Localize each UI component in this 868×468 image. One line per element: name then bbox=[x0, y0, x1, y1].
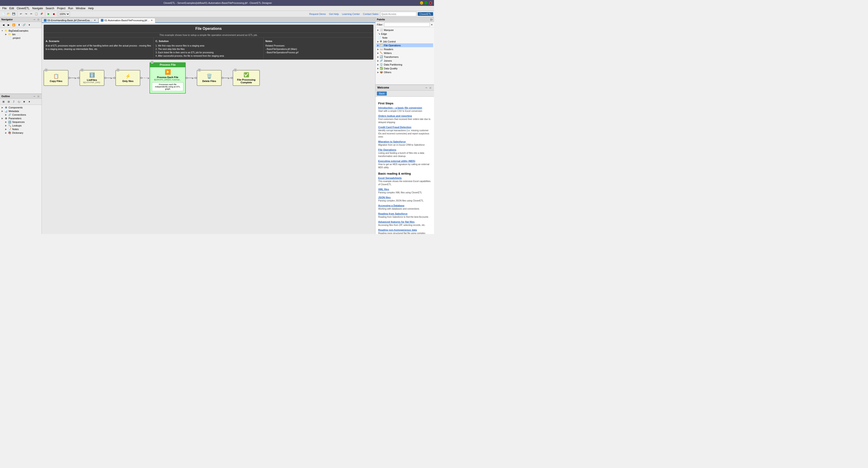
palette-item-fileops[interactable]: ▶ 📁 File Operations bbox=[376, 43, 433, 47]
palette-item-jobcontrol[interactable]: ▶ ⚙ Job Control bbox=[376, 39, 433, 43]
menu-window[interactable]: Window bbox=[74, 6, 87, 10]
cut-button[interactable]: ✂ bbox=[29, 11, 34, 17]
nav-back-button[interactable]: ◀ bbox=[1, 22, 6, 27]
copy-button[interactable]: 📋 bbox=[34, 11, 39, 17]
zoom-select[interactable]: 100% bbox=[58, 12, 70, 16]
tree-bin-toggle[interactable]: ▶ bbox=[4, 33, 7, 36]
welcome-blink-0[interactable]: Excel Spreadsheets bbox=[378, 177, 431, 179]
undo-button[interactable]: ↩ bbox=[18, 11, 23, 17]
outline-btn4[interactable]: ⭮ bbox=[17, 99, 22, 104]
navigator-maximize-button[interactable]: □ bbox=[37, 18, 40, 21]
redo-button[interactable]: ↪ bbox=[24, 11, 28, 17]
welcome-link-2[interactable]: Credit Card Fraud Detection bbox=[378, 126, 431, 128]
outline-notes-toggle[interactable]: ▶ bbox=[4, 128, 7, 130]
outline-parameters[interactable]: ▶ ⚙ Parameters bbox=[1, 117, 41, 120]
outline-parameters-toggle[interactable]: ▶ bbox=[1, 117, 4, 120]
nav-up-button[interactable]: 🔼 bbox=[11, 22, 16, 27]
menu-file[interactable]: File bbox=[1, 6, 8, 10]
menu-run[interactable]: Run bbox=[67, 6, 74, 10]
outline-connections[interactable]: ▶ 🔗 Connections bbox=[1, 113, 41, 117]
palette-item-joiners[interactable]: ▶ 🔗 Joiners bbox=[376, 59, 433, 63]
onlyfiles-node[interactable]: 0 ⚡ Only files bbox=[116, 70, 140, 86]
outline-btn3[interactable]: ⤴ bbox=[11, 99, 16, 104]
deletefiles-node[interactable]: 0 🗑️ Delete Files bbox=[197, 70, 222, 86]
welcome-minimize-button[interactable]: ─ bbox=[425, 86, 428, 89]
menu-search[interactable]: Search bbox=[44, 6, 56, 10]
tree-item-project[interactable]: 📄 .project bbox=[4, 36, 41, 40]
outline-menu-button[interactable]: ▾ bbox=[27, 99, 32, 104]
welcome-back-button[interactable]: Back bbox=[377, 91, 387, 96]
outline-maximize-button[interactable]: □ bbox=[37, 94, 40, 98]
welcome-blink-3[interactable]: Accessing a Database bbox=[378, 204, 431, 207]
deletefiles-box[interactable]: 0 🗑️ Delete Files bbox=[197, 70, 222, 86]
palette-item-writers[interactable]: ▶ ✏️ Writers bbox=[376, 51, 433, 55]
save-button[interactable]: 💾 bbox=[11, 11, 16, 17]
nav-collapse-button[interactable]: ⬆ bbox=[17, 22, 22, 27]
tree-root-toggle[interactable]: ▼ bbox=[1, 29, 4, 32]
welcome-link-4[interactable]: File Operations bbox=[378, 148, 431, 151]
palette-item-others[interactable]: ▶ 📦 Others bbox=[376, 70, 433, 74]
complete-node[interactable]: 0 ✅ File Processing Complete bbox=[233, 70, 260, 86]
paste-button[interactable]: 📌 bbox=[39, 11, 44, 17]
listfiles-box[interactable]: 0 ℹ️ ListFiles ${DATATMP_DIR}/. bbox=[80, 70, 104, 86]
welcome-blink-6[interactable]: Reading non-homogeneous data bbox=[378, 228, 431, 231]
run-button[interactable]: ▶ bbox=[46, 11, 51, 17]
outline-components-toggle[interactable]: ▶ bbox=[1, 106, 4, 109]
menu-cloveretl[interactable]: CloverETL bbox=[16, 6, 31, 10]
palette-item-datapartitioning[interactable]: ▶ ⚖️ Data Partitioning bbox=[376, 63, 433, 66]
get-help-link[interactable]: Get Help bbox=[329, 13, 339, 15]
palette-item-dataquality[interactable]: ▶ ✅ Data Quality bbox=[376, 66, 433, 70]
new-button[interactable]: 📄 bbox=[1, 11, 6, 17]
request-demo-link[interactable]: Request Demo bbox=[309, 13, 326, 15]
menu-edit[interactable]: Edit bbox=[8, 6, 16, 10]
tab-automation[interactable]: 01-Automation-BasicFileProcessing.jbf [S… bbox=[99, 18, 155, 23]
tree-root[interactable]: ▼ 📁 BigDataExamples bbox=[1, 29, 41, 33]
welcome-link-5[interactable]: Executing external utility (MD5) bbox=[378, 160, 431, 162]
outline-lookups-toggle[interactable]: ▶ bbox=[4, 124, 7, 127]
open-button[interactable]: 📂 bbox=[6, 11, 11, 17]
listfiles-node[interactable]: 0 ℹ️ ListFiles ${DATATMP_DIR}/. bbox=[80, 70, 104, 86]
learning-center-link[interactable]: Learning Center bbox=[342, 13, 360, 15]
outline-dictionary[interactable]: ▶ 📚 Dictionary bbox=[1, 131, 41, 135]
onlyfiles-box[interactable]: 0 ⚡ Only files bbox=[116, 70, 140, 86]
maximize-button[interactable]: □ bbox=[425, 1, 428, 4]
outline-connections-toggle[interactable]: ▶ bbox=[4, 114, 7, 116]
menu-project[interactable]: Project bbox=[56, 6, 67, 10]
navigator-minimize-button[interactable]: ─ bbox=[33, 18, 36, 21]
welcome-link-3[interactable]: Migration to Salesforce bbox=[378, 140, 431, 143]
palette-item-readers[interactable]: ▶ 📖 Readers bbox=[376, 47, 433, 51]
welcome-blink-5[interactable]: Advanced features for flat files bbox=[378, 220, 431, 223]
welcome-link-1[interactable]: Orders lookup and reporting bbox=[378, 115, 431, 117]
palette-filter-input[interactable] bbox=[384, 23, 430, 27]
outline-lookups[interactable]: ▶ 🔍 Lookups bbox=[1, 124, 41, 127]
palette-item-note[interactable]: 📄 Note bbox=[376, 36, 433, 39]
outline-btn2[interactable]: ⊟ bbox=[6, 99, 11, 104]
palette-expand-button[interactable]: ▷ bbox=[431, 18, 433, 21]
outline-components[interactable]: ▶ ⚙ Components bbox=[1, 106, 41, 109]
stop-button[interactable]: ⏹ bbox=[51, 11, 56, 17]
minimize-button[interactable]: ─ bbox=[420, 1, 423, 4]
outline-metadata[interactable]: ▶ 📊 Metadata bbox=[1, 109, 41, 113]
tab-errorhandling-close[interactable]: ✕ bbox=[94, 19, 96, 22]
process-node-body[interactable]: 0 ▶️ Process Each File ${GRAPH_DIR}/01-A… bbox=[150, 67, 186, 94]
welcome-blink-4[interactable]: Reading from Salesforce bbox=[378, 212, 431, 215]
welcome-link-0[interactable]: Introduction – a basic file conversion bbox=[378, 106, 431, 109]
outline-btn5[interactable]: ◾ bbox=[22, 99, 27, 104]
copy-files-node[interactable]: 0 📋 Copy Files bbox=[43, 70, 68, 86]
outline-metadata-toggle[interactable]: ▶ bbox=[1, 110, 4, 113]
outline-sequences[interactable]: ▶ 🔢 Sequences bbox=[1, 120, 41, 124]
welcome-maximize-button[interactable]: □ bbox=[429, 86, 432, 89]
menu-navigate[interactable]: Navigate bbox=[31, 6, 44, 10]
nav-forward-button[interactable]: ▶ bbox=[6, 22, 11, 27]
palette-filter-clear[interactable]: ✕ bbox=[431, 24, 433, 26]
welcome-blink-2[interactable]: JSON files bbox=[378, 196, 431, 199]
process-node[interactable]: Process File 0 ▶️ Process Each File ${GR… bbox=[150, 62, 186, 94]
tab-errorhandling[interactable]: 03-ErrorHandling-Basic.jbf [ServerExampl… bbox=[42, 18, 98, 22]
tab-automation-close[interactable]: ✕ bbox=[151, 19, 153, 22]
copy-files-box[interactable]: 0 📋 Copy Files bbox=[43, 70, 68, 86]
outline-dictionary-toggle[interactable]: ▶ bbox=[4, 131, 7, 134]
welcome-blink-1[interactable]: XML files bbox=[378, 188, 431, 191]
palette-item-edge[interactable]: ↘ Edge bbox=[376, 32, 433, 36]
outline-btn1[interactable]: ⊞ bbox=[1, 99, 6, 104]
nav-menu-button[interactable]: ▾ bbox=[27, 22, 32, 27]
